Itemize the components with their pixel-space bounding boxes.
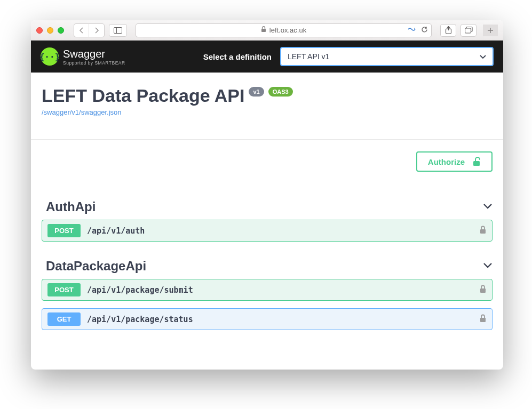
reload-button[interactable] [421,26,428,35]
divider [31,139,503,140]
address-bar[interactable]: left.ox.ac.uk [136,23,432,37]
chevron-down-icon [483,261,493,271]
sidebar-toggle-button[interactable] [109,24,127,37]
forward-button[interactable] [89,24,104,37]
window-controls [36,27,64,34]
swagger-topbar: {··} Swagger Supported by SMARTBEAR Sele… [31,41,503,73]
svg-rect-3 [415,28,415,29]
close-icon[interactable] [36,27,43,34]
definition-select[interactable]: LEFT API v1 [280,47,494,66]
lock-icon [479,226,487,236]
lock-icon [479,285,487,295]
operation-row[interactable]: GET /api/v1/package/status [42,308,493,330]
url-host: left.ox.ac.uk [269,26,306,34]
operation-path: /api/v1/package/submit [87,285,193,295]
operation-path: /api/v1/auth [87,226,145,236]
brand-name: Swagger [63,48,125,60]
operation-path: /api/v1/package/status [87,315,193,324]
svg-rect-2 [261,29,266,32]
section-title: AuthApi [46,199,96,214]
section-datapackageapi-header[interactable]: DataPackageApi [42,249,493,279]
operation-row[interactable]: POST /api/v1/auth [42,220,493,242]
http-method-badge: GET [47,312,81,326]
brand-subtext: Supported by SMARTBEAR [63,60,125,66]
authorize-button[interactable]: Authorize [416,151,493,172]
definition-selected: LEFT API v1 [288,52,329,61]
browser-window: left.ox.ac.uk {··} Swagger S [31,20,503,370]
http-method-badge: POST [47,224,81,237]
svg-rect-13 [480,318,486,322]
version-badge: v1 [249,87,264,97]
operation-row[interactable]: POST /api/v1/package/submit [42,279,493,301]
new-tab-button[interactable] [483,25,498,36]
svg-rect-11 [480,229,486,234]
chevron-down-icon [483,202,493,212]
chevron-down-icon [480,52,486,61]
api-title-row: LEFT Data Package API v1 OAS3 [42,85,493,106]
svg-rect-0 [114,27,122,33]
tabs-button[interactable] [460,24,477,37]
swagger-logo: {··} Swagger Supported by SMARTBEAR [41,47,125,66]
svg-rect-12 [480,288,486,293]
minimize-icon[interactable] [47,27,53,34]
authorize-label: Authorize [428,157,465,166]
reader-icon[interactable] [408,26,416,34]
spec-link[interactable]: /swagger/v1/swagger.json [42,108,122,116]
swagger-logo-icon: {··} [41,47,59,66]
api-title: LEFT Data Package API [42,85,244,106]
definition-label: Select a definition [203,52,272,61]
back-button[interactable] [74,24,89,37]
svg-rect-10 [473,161,480,166]
lock-icon [261,26,266,34]
http-method-badge: POST [47,283,81,296]
svg-rect-7 [465,28,471,33]
section-title: DataPackageApi [46,259,146,274]
oas-badge: OAS3 [268,87,293,97]
share-button[interactable] [440,24,456,37]
main-content: LEFT Data Package API v1 OAS3 /swagger/v… [31,73,503,330]
section-authapi-header[interactable]: AuthApi [42,172,493,220]
maximize-icon[interactable] [58,27,64,34]
titlebar: left.ox.ac.uk [31,20,503,41]
lock-icon [479,314,487,325]
history-nav [74,23,105,37]
unlock-icon [472,157,481,166]
